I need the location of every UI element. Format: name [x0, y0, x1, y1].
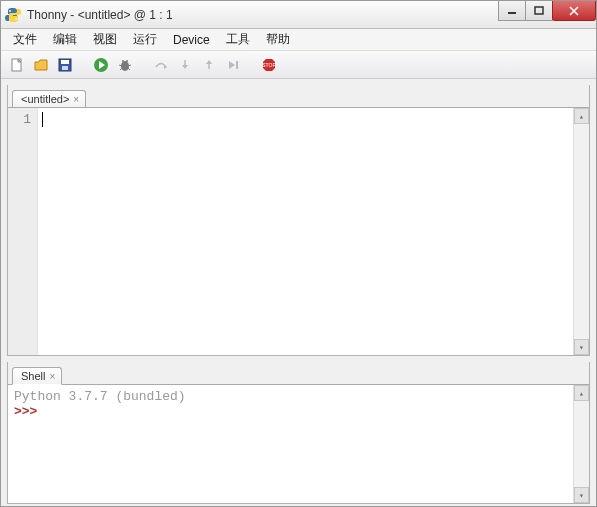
open-file-icon[interactable]: [31, 55, 51, 75]
editor-pane: <untitled> × 1 ▴ ▾: [7, 85, 590, 356]
scroll-down-icon[interactable]: ▾: [574, 339, 589, 355]
svg-rect-14: [236, 61, 238, 69]
toolbar: STOP: [1, 51, 596, 79]
line-gutter: 1: [8, 108, 38, 355]
menu-view[interactable]: 视图: [85, 29, 125, 50]
menubar: 文件 编辑 视图 运行 Device 工具 帮助: [1, 29, 596, 51]
content-area: <untitled> × 1 ▴ ▾ Shell × Python 3.7.7 …: [1, 79, 596, 506]
shell-prompt: >>>: [14, 404, 37, 419]
stop-icon[interactable]: STOP: [259, 55, 279, 75]
svg-point-7: [121, 61, 129, 71]
close-icon[interactable]: ×: [49, 371, 55, 382]
shell-body: Python 3.7.7 (bundled) >>> ▴ ▾: [8, 384, 589, 503]
menu-device[interactable]: Device: [165, 31, 218, 49]
close-button[interactable]: [552, 1, 596, 21]
step-into-icon[interactable]: [175, 55, 195, 75]
close-icon[interactable]: ×: [73, 94, 79, 105]
text-caret: [42, 112, 43, 127]
code-area[interactable]: [38, 108, 573, 355]
svg-rect-5: [62, 66, 68, 70]
line-number: 1: [8, 112, 31, 127]
scroll-up-icon[interactable]: ▴: [574, 385, 589, 401]
window-controls: [499, 1, 596, 21]
step-out-icon[interactable]: [199, 55, 219, 75]
svg-rect-1: [535, 7, 543, 14]
menu-help[interactable]: 帮助: [258, 29, 298, 50]
step-over-icon[interactable]: [151, 55, 171, 75]
titlebar: Thonny - <untitled> @ 1 : 1: [1, 1, 596, 29]
menu-file[interactable]: 文件: [5, 29, 45, 50]
debug-icon[interactable]: [115, 55, 135, 75]
shell-tab[interactable]: Shell ×: [12, 367, 62, 385]
svg-rect-0: [508, 12, 516, 14]
svg-point-12: [122, 60, 124, 62]
scroll-up-icon[interactable]: ▴: [574, 108, 589, 124]
editor-tabstrip: <untitled> ×: [8, 85, 589, 107]
svg-rect-4: [61, 60, 69, 64]
menu-tools[interactable]: 工具: [218, 29, 258, 50]
menu-edit[interactable]: 编辑: [45, 29, 85, 50]
run-icon[interactable]: [91, 55, 111, 75]
svg-text:STOP: STOP: [262, 62, 276, 68]
app-icon: [5, 7, 21, 23]
editor-tab-label: <untitled>: [21, 93, 69, 105]
shell-scrollbar[interactable]: ▴ ▾: [573, 385, 589, 503]
save-icon[interactable]: [55, 55, 75, 75]
shell-text-area[interactable]: Python 3.7.7 (bundled) >>>: [8, 385, 573, 503]
scroll-down-icon[interactable]: ▾: [574, 487, 589, 503]
svg-line-11: [128, 68, 130, 70]
editor-body: 1 ▴ ▾: [8, 107, 589, 355]
menu-run[interactable]: 运行: [125, 29, 165, 50]
svg-line-10: [120, 68, 122, 70]
resume-icon[interactable]: [223, 55, 243, 75]
minimize-button[interactable]: [498, 1, 526, 21]
editor-scrollbar[interactable]: ▴ ▾: [573, 108, 589, 355]
shell-pane: Shell × Python 3.7.7 (bundled) >>> ▴ ▾: [7, 362, 590, 504]
window-title: Thonny - <untitled> @ 1 : 1: [27, 8, 173, 22]
maximize-button[interactable]: [525, 1, 553, 21]
new-file-icon[interactable]: [7, 55, 27, 75]
svg-point-13: [126, 60, 128, 62]
shell-tab-label: Shell: [21, 370, 45, 382]
shell-banner: Python 3.7.7 (bundled): [14, 389, 567, 404]
editor-tab[interactable]: <untitled> ×: [12, 90, 86, 108]
shell-tabstrip: Shell ×: [8, 362, 589, 384]
